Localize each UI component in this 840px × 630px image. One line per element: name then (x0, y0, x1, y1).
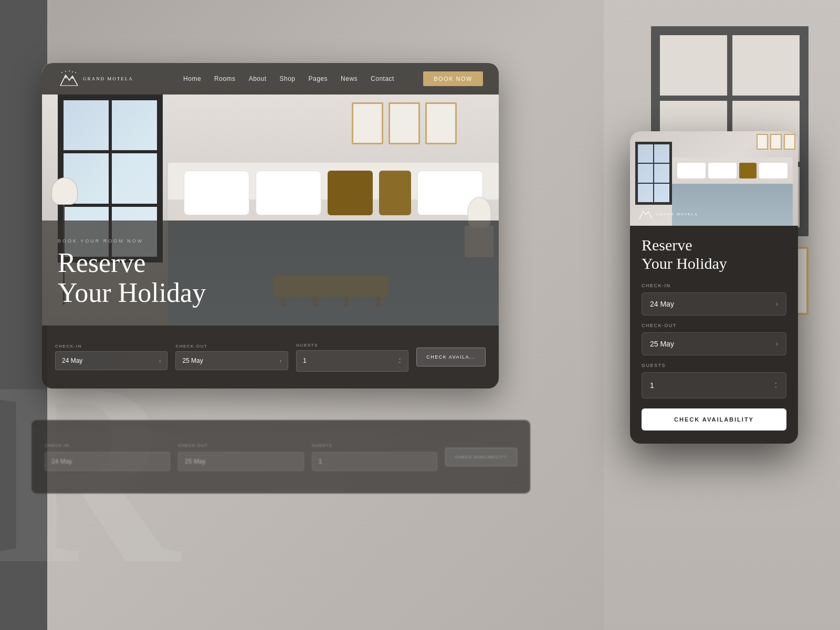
popup-checkin-select[interactable]: 24 May › (642, 292, 786, 316)
popup-guests-arrow-down-icon[interactable]: ⌄ (774, 380, 778, 385)
art-frame-3 (425, 102, 457, 144)
popup-pane (654, 163, 670, 183)
popup-checkout-chevron-icon: › (776, 340, 778, 348)
window-pane (62, 99, 110, 152)
pillow-white-1 (184, 171, 249, 215)
nav-about[interactable]: About (249, 75, 267, 82)
checkin-select[interactable]: 24 May › (55, 351, 167, 370)
popup-logo-text: GRAND MOTELA (656, 212, 698, 216)
window-pane (110, 99, 159, 152)
guests-arrows: ⌄ ⌃ (398, 356, 402, 366)
nav-pages[interactable]: Pages (309, 75, 328, 82)
popup-title: Reserve Your Holiday (642, 236, 786, 272)
popup-guests-arrow-up-icon[interactable]: ⌃ (774, 386, 778, 391)
popup-check-availability-button[interactable]: CHECK AVAILABILITY (642, 408, 786, 430)
svg-point-10 (645, 207, 646, 208)
guests-select[interactable]: 1 ⌄ ⌃ (296, 350, 408, 372)
popup-checkout-label: CHECK-OUT (642, 323, 786, 328)
hero-title: Reserve Your Holiday (58, 248, 483, 308)
svg-point-7 (75, 72, 76, 73)
popup-guests-label: GUESTS (642, 363, 786, 368)
popup-checkin-label: CHECK-IN (642, 283, 786, 288)
popup-pillow-1 (677, 163, 706, 178)
guests-arrow-down-icon[interactable]: ⌄ (398, 356, 402, 361)
nav-shop[interactable]: Shop (279, 75, 295, 82)
checkout-value: 25 May (182, 357, 203, 364)
hero-image: BOOK YOUR ROOM NOW Reserve Your Holiday (42, 63, 499, 326)
check-availability-button[interactable]: CHECK AVAILA... (416, 348, 486, 366)
hero-text-overlay: BOOK YOUR ROOM NOW Reserve Your Holiday (42, 220, 499, 326)
nav-news[interactable]: News (341, 75, 358, 82)
bg-guests-field: GUESTS 1 (312, 443, 437, 471)
svg-point-9 (643, 208, 644, 209)
popup-pane (637, 183, 654, 203)
bg-window-pane (657, 33, 730, 98)
popup-checkout-value: 25 May (650, 340, 674, 348)
popup-pane (654, 183, 670, 203)
popup-guests-arrows: ⌄ ⌃ (774, 380, 778, 391)
checkin-value: 24 May (62, 357, 82, 364)
popup-logo-overlay: GRAND MOTELA (638, 207, 698, 220)
popup-guests-value: 1 (650, 381, 654, 390)
bg-left-strip (0, 0, 47, 630)
popup-art-frames (757, 134, 795, 150)
popup-checkin-field: CHECK-IN 24 May › (642, 283, 786, 316)
nav-home[interactable]: Home (183, 75, 201, 82)
svg-point-11 (648, 208, 649, 209)
book-now-button[interactable]: BOOK NOW (423, 71, 483, 86)
nav-contact[interactable]: Contact (371, 75, 394, 82)
nav-rooms[interactable]: Rooms (214, 75, 236, 82)
pillow-brown-2 (379, 171, 411, 215)
popup-pane (637, 144, 654, 163)
bg-check-availability-button: CHECK AVAILABILITY (445, 448, 517, 466)
svg-point-8 (640, 208, 641, 209)
window-pane (110, 152, 159, 205)
checkin-arrow-icon: › (159, 358, 161, 364)
popup-checkin-value: 24 May (650, 300, 674, 308)
art-frame-1 (352, 102, 383, 144)
logo-mountain-icon (58, 70, 79, 88)
svg-point-4 (65, 71, 66, 72)
popup-checkin-chevron-icon: › (776, 300, 778, 308)
navbar: GRAND MOTELA Home Rooms About Shop Pages… (42, 63, 499, 94)
bg-checkout-label: CHECK-OUT (178, 443, 303, 448)
guests-arrow-up-icon[interactable]: ⌃ (398, 361, 402, 366)
checkin-label: CHECK-IN (55, 344, 167, 349)
checkout-select[interactable]: 25 May › (175, 351, 288, 370)
popup-pillows (677, 163, 788, 178)
bg-checkout-value: 25 May (178, 452, 303, 471)
popup-art-frame-3 (784, 134, 795, 150)
booking-bar: CHECK-IN 24 May › CHECK-OUT 25 May › GUE… (42, 326, 499, 388)
popup-pane (637, 163, 654, 183)
bg-checkin-field: CHECK-IN 24 May (45, 443, 170, 471)
checkout-field: CHECK-OUT 25 May › (175, 344, 288, 370)
bg-window-pane (730, 33, 802, 98)
svg-point-6 (72, 71, 73, 72)
popup-guests-field: GUESTS 1 ⌄ ⌃ (642, 363, 786, 398)
popup-hero-image: GRAND MOTELA (630, 131, 798, 226)
popup-art-frame-1 (757, 134, 768, 150)
popup-checkout-field: CHECK-OUT 25 May › (642, 323, 786, 355)
pillow-white-2 (256, 171, 321, 215)
popup-guests-select[interactable]: 1 ⌄ ⌃ (642, 372, 786, 398)
checkin-field: CHECK-IN 24 May › (55, 344, 167, 370)
logo: GRAND MOTELA (58, 70, 133, 88)
lamp-shade (51, 177, 78, 205)
popup-checkout-select[interactable]: 25 May › (642, 332, 786, 355)
pillows-group (184, 171, 483, 215)
svg-point-12 (650, 208, 652, 209)
bg-checkin-label: CHECK-IN (45, 443, 170, 448)
pillow-brown (328, 171, 373, 215)
bg-guests-value: 1 (312, 452, 437, 471)
art-frame-2 (388, 102, 420, 144)
guests-label: GUESTS (296, 343, 408, 348)
popup-pane (654, 144, 670, 163)
popup-booking-card: GRAND MOTELA Reserve Your Holiday CHECK-… (630, 131, 798, 444)
popup-art-frame-2 (770, 134, 782, 150)
art-frames-group (352, 102, 457, 144)
hero-subtitle: BOOK YOUR ROOM NOW (58, 238, 483, 244)
popup-window (635, 142, 672, 205)
bg-checkin-value: 24 May (45, 452, 170, 471)
guests-value: 1 (303, 357, 307, 364)
bg-second-booking-bar: CHECK-IN 24 May CHECK-OUT 25 May GUESTS … (32, 420, 530, 494)
